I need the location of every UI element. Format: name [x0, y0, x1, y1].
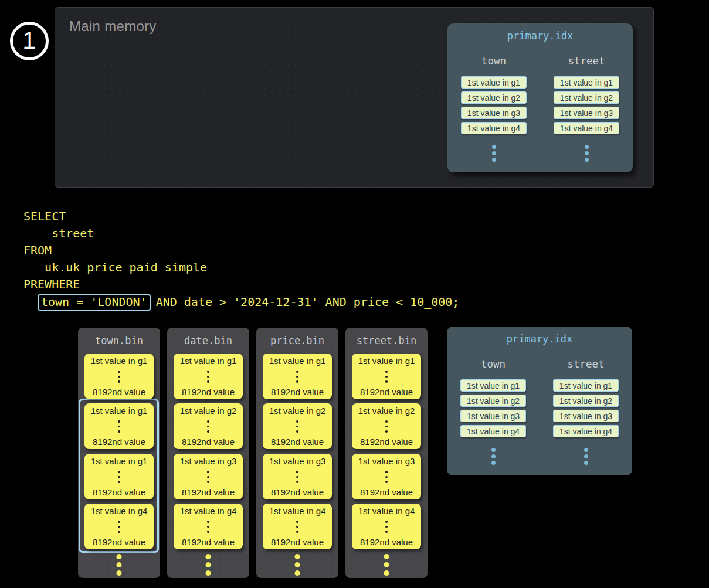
- sql-code-block: SELECT street FROM uk.uk_price_paid_simp…: [23, 208, 459, 293]
- primary-idx-panel-disk: primary.idx town street 1st value in g1 …: [447, 327, 632, 475]
- index-column-town: 1st value in g1 1st value in g2 1st valu…: [461, 76, 527, 162]
- primary-idx-title: primary.idx: [447, 30, 633, 42]
- bin-file-price: price.bin 1st value in g1 8192nd value 1…: [256, 328, 338, 578]
- index-column-town: 1st value in g1 1st value in g2 1st valu…: [460, 379, 526, 465]
- granule-last-value: 8192nd value: [271, 488, 324, 497]
- granule-first-value: 1st value in g4: [358, 507, 415, 516]
- granule-last-value: 8192nd value: [271, 388, 324, 397]
- granule-first-value: 1st value in g2: [269, 406, 326, 416]
- primary-idx-title: primary.idx: [447, 333, 632, 345]
- column-header-town: town: [460, 358, 526, 370]
- bin-file-title: town.bin: [78, 335, 160, 346]
- diagram-canvas: 1 Main memory primary.idx town street 1s…: [0, 0, 709, 588]
- ellipsis-dots: [385, 471, 388, 483]
- ellipsis-dots: [207, 420, 209, 433]
- granule-last-value: 8192nd value: [93, 388, 145, 397]
- ellipsis-dots: [118, 371, 120, 383]
- granule-first-value: 1st value in g1: [91, 457, 148, 466]
- granule-last-value: 8192nd value: [360, 488, 413, 497]
- ellipsis-dots: [118, 521, 120, 533]
- granule-block: 1st value in g1 8192nd value: [174, 354, 243, 399]
- step-1-badge: 1: [10, 22, 49, 60]
- granule-block: 1st value in g4 8192nd value: [174, 504, 243, 549]
- granule-first-value: 1st value in g4: [91, 507, 148, 516]
- ellipsis-dots: [296, 521, 298, 533]
- sql-query: SELECT street FROM uk.uk_price_paid_simp…: [23, 208, 459, 311]
- granule-last-value: 8192nd value: [93, 488, 145, 497]
- granule-block: 1st value in g4 8192nd value: [263, 504, 332, 549]
- ellipsis-dots: [207, 471, 209, 483]
- granule-first-value: 1st value in g2: [358, 406, 415, 416]
- index-column-street: 1st value in g1 1st value in g2 1st valu…: [554, 76, 619, 162]
- ellipsis-dots: [207, 371, 209, 383]
- index-entry-chip: 1st value in g4: [461, 122, 527, 134]
- granule-first-value: 1st value in g1: [91, 356, 148, 366]
- granule-first-value: 1st value in g3: [269, 457, 326, 466]
- granule-last-value: 8192nd value: [182, 437, 235, 447]
- ellipsis-dots: [117, 554, 122, 576]
- granule-first-value: 1st value in g1: [180, 356, 237, 366]
- bin-file-date: date.bin 1st value in g1 8192nd value 1s…: [167, 328, 249, 578]
- index-entry-chip: 1st value in g1: [460, 379, 526, 392]
- ellipsis-dots: [553, 448, 619, 465]
- granule-last-value: 8192nd value: [360, 437, 413, 447]
- ellipsis-dots: [461, 145, 527, 162]
- granule-block: 1st value in g4 8192nd value: [352, 504, 421, 549]
- ellipsis-dots: [554, 145, 619, 162]
- ellipsis-dots: [118, 471, 120, 483]
- bin-file-title: date.bin: [167, 335, 249, 346]
- granule-first-value: 1st value in g1: [91, 406, 148, 416]
- granule-block: 1st value in g3 8192nd value: [263, 454, 332, 499]
- granule-block: 1st value in g1 8192nd value: [84, 354, 154, 399]
- index-entry-chip: 1st value in g2: [553, 395, 619, 407]
- ellipsis-dots: [296, 420, 298, 433]
- ellipsis-dots: [385, 521, 388, 533]
- ellipsis-dots: [118, 420, 120, 433]
- index-entry-chip: 1st value in g3: [553, 410, 619, 422]
- bin-file-town: town.bin 1st value in g1 8192nd value 1s…: [78, 328, 160, 578]
- granule-last-value: 8192nd value: [182, 488, 235, 497]
- sql-prewhere-condition-line: town = 'LONDON' AND date > '2024-12-31' …: [23, 293, 459, 311]
- granule-last-value: 8192nd value: [93, 437, 145, 447]
- ellipsis-dots: [460, 448, 526, 465]
- granule-last-value: 8192nd value: [271, 437, 324, 447]
- main-memory-title: Main memory: [69, 18, 157, 35]
- granule-block: 1st value in g1 8192nd value: [263, 354, 332, 399]
- granule-block: 1st value in g1 8192nd value: [352, 354, 421, 399]
- index-entry-chip: 1st value in g1: [553, 379, 619, 392]
- granule-first-value: 1st value in g1: [358, 356, 415, 366]
- primary-idx-panel-memory: primary.idx town street 1st value in g1 …: [447, 23, 633, 172]
- index-entry-chip: 1st value in g4: [553, 425, 619, 437]
- granule-last-value: 8192nd value: [182, 388, 235, 397]
- ellipsis-dots: [385, 371, 388, 383]
- bin-file-street: street.bin 1st value in g1 8192nd value …: [345, 328, 428, 578]
- granule-first-value: 1st value in g2: [180, 406, 237, 416]
- primary-idx-headers: town street: [447, 55, 633, 67]
- index-entry-chip: 1st value in g4: [554, 122, 619, 134]
- granule-first-value: 1st value in g3: [180, 457, 237, 466]
- index-column-street: 1st value in g1 1st value in g2 1st valu…: [553, 379, 619, 465]
- granule-first-value: 1st value in g1: [269, 356, 326, 366]
- index-entry-chip: 1st value in g2: [554, 91, 619, 104]
- column-header-town: town: [461, 55, 527, 67]
- index-entry-chip: 1st value in g2: [461, 91, 527, 104]
- index-entry-chip: 1st value in g3: [554, 107, 619, 119]
- column-header-street: street: [553, 358, 619, 370]
- primary-idx-columns: 1st value in g1 1st value in g2 1st valu…: [447, 76, 633, 162]
- granule-block: 1st value in g1 8192nd value: [84, 403, 154, 449]
- ellipsis-dots: [207, 521, 209, 533]
- index-entry-chip: 1st value in g3: [461, 107, 527, 119]
- step-number: 1: [22, 28, 36, 53]
- ellipsis-dots: [385, 420, 388, 433]
- primary-idx-columns: 1st value in g1 1st value in g2 1st valu…: [447, 379, 632, 465]
- granule-first-value: 1st value in g4: [269, 507, 326, 516]
- granule-first-value: 1st value in g3: [358, 457, 415, 466]
- granule-block: 1st value in g2 8192nd value: [352, 403, 421, 449]
- ellipsis-dots: [295, 554, 300, 576]
- granule-block: 1st value in g3 8192nd value: [174, 454, 243, 499]
- primary-idx-headers: town street: [447, 358, 632, 370]
- prewhere-town-condition-highlight: town = 'LONDON': [38, 294, 151, 311]
- index-entry-chip: 1st value in g1: [554, 76, 619, 89]
- ellipsis-dots: [384, 554, 389, 576]
- bin-file-title: price.bin: [256, 335, 338, 346]
